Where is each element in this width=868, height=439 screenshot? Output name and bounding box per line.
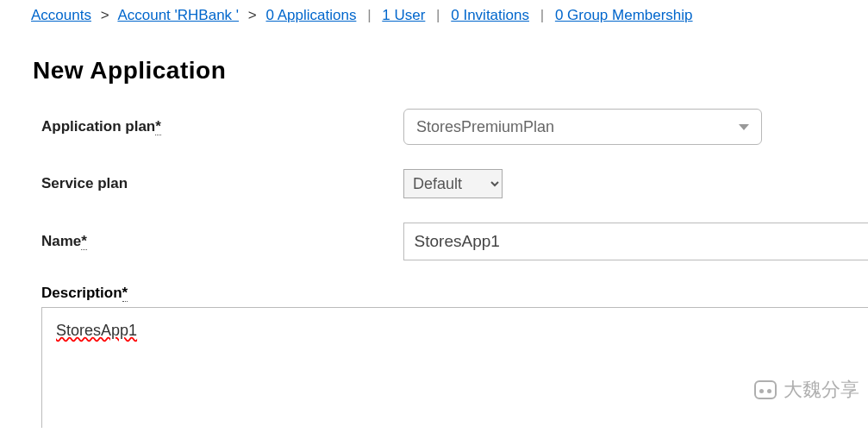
page-title: New Application	[33, 57, 868, 85]
breadcrumb-accounts[interactable]: Accounts	[31, 7, 91, 23]
breadcrumb-pipe: |	[540, 7, 544, 23]
breadcrumb-account[interactable]: Account 'RHBank '	[117, 7, 239, 23]
breadcrumb-groups[interactable]: 0 Group Membership	[555, 7, 693, 23]
required-mark: *	[81, 233, 87, 250]
breadcrumb-pipe: |	[436, 7, 440, 23]
application-plan-value: StoresPremiumPlan	[416, 118, 554, 136]
label-application-plan: Application plan*	[41, 118, 403, 135]
breadcrumb: Accounts > Account 'RHBank ' > 0 Applica…	[0, 0, 868, 24]
application-plan-select[interactable]: StoresPremiumPlan	[403, 109, 762, 145]
name-input[interactable]	[403, 223, 868, 260]
breadcrumb-user[interactable]: 1 User	[382, 7, 425, 23]
breadcrumb-invitations[interactable]: 0 Invitations	[451, 7, 529, 23]
label-service-plan: Service plan	[41, 175, 403, 192]
chevron-down-icon	[739, 124, 749, 130]
label-description: Description*	[41, 285, 868, 302]
row-name: Name*	[41, 223, 868, 260]
row-service-plan: Service plan Default	[41, 169, 868, 198]
required-mark: *	[155, 118, 161, 135]
required-mark: *	[122, 285, 128, 302]
row-application-plan: Application plan* StoresPremiumPlan	[41, 109, 868, 145]
service-plan-select[interactable]: Default	[403, 169, 503, 198]
description-textarea[interactable]: StoresApp1	[41, 307, 868, 428]
breadcrumb-applications[interactable]: 0 Applications	[265, 7, 356, 23]
label-name: Name*	[41, 233, 403, 250]
breadcrumb-sep: >	[101, 7, 109, 23]
breadcrumb-pipe: |	[367, 7, 371, 23]
form: Application plan* StoresPremiumPlan Serv…	[41, 109, 868, 430]
breadcrumb-sep: >	[248, 7, 257, 23]
